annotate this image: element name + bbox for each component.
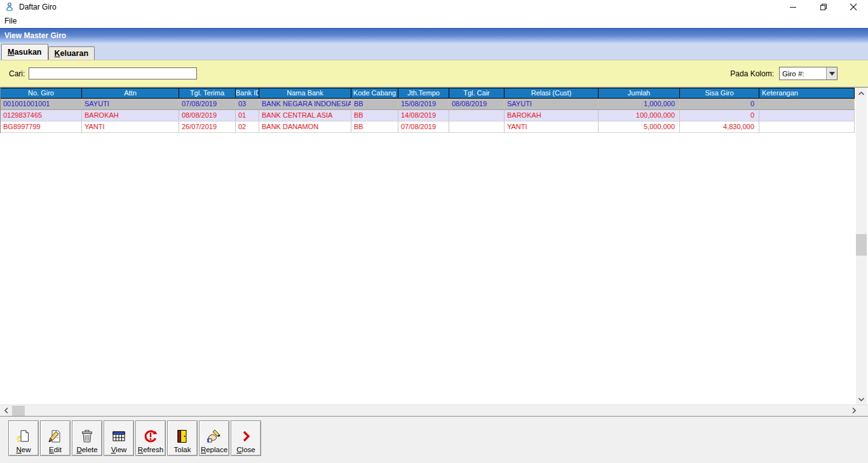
- minimize-button[interactable]: [778, 0, 808, 14]
- column-header-sisa-giro[interactable]: Sisa Giro: [680, 88, 759, 98]
- cell-no-giro: BG8997799: [1, 121, 82, 132]
- tab-label: Masukan: [8, 48, 42, 57]
- window-title: Daftar Giro: [19, 3, 57, 11]
- toolbar-buttons: NewEditDeleteViewRefreshTolakReplaceClos…: [8, 420, 868, 456]
- refresh-button[interactable]: Refresh: [135, 420, 166, 456]
- tolak-button[interactable]: Tolak: [167, 420, 198, 456]
- cell-jth-tempo: 14/08/2019: [398, 110, 449, 121]
- cell-keterangan: [759, 121, 855, 132]
- bottom-toolbar: NewEditDeleteViewRefreshTolakReplaceClos…: [0, 416, 868, 463]
- vertical-scrollbar[interactable]: [856, 88, 867, 404]
- cell-sisa-giro: 4,830,000: [680, 121, 759, 132]
- column-filter-label: Pada Kolom:: [730, 69, 774, 78]
- table-row[interactable]: 001001001001SAYUTI07/08/201903BANK NEGAR…: [1, 99, 855, 110]
- refresh-icon: [142, 428, 159, 445]
- vertical-scroll-thumb[interactable]: [856, 234, 867, 256]
- button-label: New: [16, 446, 31, 453]
- horizontal-scroll-thumb[interactable]: [12, 406, 25, 416]
- column-header-nama-bank[interactable]: Nama Bank: [259, 88, 351, 98]
- scroll-up-icon[interactable]: [856, 88, 867, 99]
- new-icon: [15, 428, 32, 445]
- caption-title: View Master Giro: [4, 31, 66, 40]
- scroll-right-icon[interactable]: [848, 405, 859, 416]
- close-window-button[interactable]: [838, 0, 868, 14]
- tab-keluaran[interactable]: Keluaran: [48, 46, 95, 60]
- cell-jth-tempo: 07/08/2019: [398, 121, 449, 132]
- column-header-keterangan[interactable]: Keterangan: [759, 88, 855, 98]
- cell-jumlah: 1,000,000: [599, 99, 680, 109]
- column-header-tgl-cair[interactable]: Tgl. Cair: [449, 88, 505, 98]
- cell-keterangan: [759, 110, 855, 121]
- menu-bar: File: [0, 14, 868, 28]
- cell-no-giro: 0129837465: [1, 110, 82, 121]
- column-header-kode-cabang[interactable]: Kode Cabang: [351, 88, 398, 98]
- delete-button[interactable]: Delete: [72, 420, 102, 456]
- button-label: Delete: [76, 446, 97, 453]
- column-filter-combobox[interactable]: Giro #:: [779, 67, 837, 80]
- cell-kode-cabang: BB: [351, 110, 398, 121]
- close-button[interactable]: Close: [231, 420, 261, 456]
- column-header-no-giro[interactable]: No. Giro: [1, 88, 82, 98]
- button-label: Edit: [49, 446, 62, 453]
- button-label: Tolak: [174, 446, 191, 453]
- cell-relasi-cust: YANTI: [505, 121, 599, 132]
- cell-tgl-terima: 07/08/2019: [179, 99, 236, 109]
- table-row[interactable]: BG8997799YANTI26/07/201902BANK DANAMONBB…: [1, 121, 855, 133]
- cell-no-giro: 001001001001: [1, 99, 82, 109]
- cell-bank-id: 03: [236, 99, 259, 109]
- cell-kode-cabang: BB: [351, 99, 398, 109]
- button-label: Replace: [201, 446, 227, 453]
- column-header-bank-id[interactable]: Bank ID: [236, 88, 259, 98]
- tab-masukan[interactable]: Masukan: [1, 44, 48, 60]
- cell-tgl-cair: [449, 121, 505, 132]
- edit-icon: [47, 428, 64, 445]
- cell-jumlah: 5,000,000: [599, 121, 680, 132]
- table-row[interactable]: 0129837465BAROKAH08/08/201901BANK CENTRA…: [1, 110, 855, 121]
- tolak-icon: [174, 428, 191, 445]
- restore-button[interactable]: [808, 0, 838, 14]
- cell-sisa-giro: 0: [680, 110, 759, 121]
- column-header-relasi-cust[interactable]: Relasi (Cust): [505, 88, 599, 98]
- replace-button[interactable]: Replace: [199, 420, 229, 456]
- cell-sisa-giro: 0: [680, 99, 759, 109]
- cell-tgl-terima: 26/07/2019: [179, 121, 236, 132]
- cell-bank-id: 02: [236, 121, 259, 132]
- grid-rows: 001001001001SAYUTI07/08/201903BANK NEGAR…: [1, 99, 855, 133]
- cell-relasi-cust: SAYUTI: [505, 99, 599, 109]
- cell-jumlah: 100,000,000: [599, 110, 680, 121]
- cell-jth-tempo: 15/08/2019: [398, 99, 449, 109]
- search-label: Cari:: [9, 69, 25, 78]
- column-header-tgl-terima[interactable]: Tgl. Terima: [179, 88, 236, 98]
- tab-strip: Masukan Keluaran: [0, 43, 868, 60]
- grid-header: No. GiroAttnTgl. TerimaBank IDNama BankK…: [1, 88, 855, 99]
- button-label: Refresh: [138, 446, 163, 453]
- scroll-down-icon[interactable]: [856, 394, 867, 404]
- menu-file[interactable]: File: [0, 15, 21, 27]
- tab-label: Keluaran: [55, 49, 89, 58]
- column-header-attn[interactable]: Attn: [82, 88, 179, 98]
- search-panel: Cari: Pada Kolom: Giro #:: [0, 60, 868, 87]
- cell-attn: YANTI: [82, 121, 179, 132]
- cell-attn: SAYUTI: [82, 99, 179, 109]
- column-header-jumlah[interactable]: Jumlah: [599, 88, 680, 98]
- app-icon: [4, 2, 15, 12]
- chevron-down-icon[interactable]: [826, 67, 837, 79]
- cell-nama-bank: BANK DANAMON: [259, 121, 351, 132]
- data-grid: No. GiroAttnTgl. TerimaBank IDNama BankK…: [0, 88, 855, 133]
- scroll-left-icon[interactable]: [1, 405, 11, 416]
- cell-nama-bank: BANK NEGARA INDONESIA: [259, 99, 351, 109]
- edit-button[interactable]: Edit: [40, 420, 71, 456]
- column-header-jth-tempo[interactable]: Jth.Tempo: [398, 88, 449, 98]
- view-button[interactable]: View: [104, 420, 134, 456]
- combobox-value: Giro #:: [780, 70, 826, 78]
- close-icon: [238, 428, 254, 445]
- search-input[interactable]: [29, 67, 197, 79]
- button-label: View: [111, 446, 127, 453]
- cell-keterangan: [759, 99, 855, 109]
- cell-relasi-cust: BAROKAH: [505, 110, 599, 121]
- new-button[interactable]: New: [8, 420, 39, 456]
- cell-tgl-cair: [449, 110, 505, 121]
- cell-nama-bank: BANK CENTRAL ASIA: [259, 110, 351, 121]
- horizontal-scrollbar[interactable]: [0, 404, 868, 416]
- cell-bank-id: 01: [236, 110, 259, 121]
